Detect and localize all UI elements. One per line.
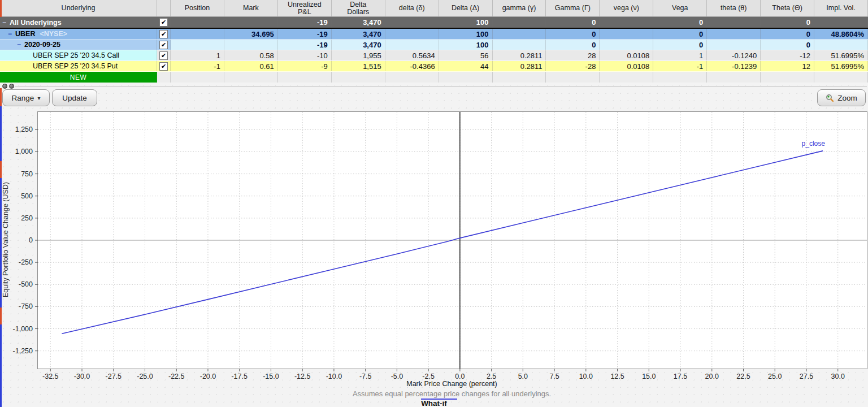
column-header[interactable]: Position: [171, 0, 224, 16]
column-header[interactable]: Underlying: [0, 0, 157, 16]
svg-text:-7.5: -7.5: [359, 373, 372, 380]
svg-text:500: 500: [21, 192, 33, 200]
value-cell: [385, 40, 439, 50]
update-button[interactable]: Update: [52, 89, 97, 106]
splitter-collapse-up-icon[interactable]: [2, 84, 7, 89]
value-cell: 28: [546, 50, 600, 60]
value-cell: 1,515: [332, 61, 385, 71]
table-row-call: UBER SEP 25 '20 34.5 Call✔10.58-101,9550…: [0, 50, 868, 61]
value-cell: -28: [546, 61, 600, 71]
value-cell: 3,470: [332, 40, 385, 50]
column-header[interactable]: Gamma (Γ): [546, 0, 600, 16]
svg-text:25.0: 25.0: [768, 373, 782, 380]
table-row-new: NEW: [0, 72, 868, 83]
svg-text:-5.0: -5.0: [391, 373, 403, 380]
value-cell: [707, 17, 761, 28]
magnifier-icon: [826, 94, 834, 102]
collapse-icon[interactable]: −: [2, 19, 6, 27]
value-cell: [493, 17, 546, 28]
value-cell: [224, 17, 278, 28]
value-cell: [546, 72, 600, 83]
value-cell: [707, 40, 761, 50]
value-cell: -19: [278, 29, 332, 39]
column-header[interactable]: gamma (γ): [493, 0, 546, 16]
value-cell: [171, 72, 224, 83]
row-checkbox[interactable]: ✔: [159, 18, 168, 27]
underlying-cell[interactable]: −All Underlyings: [0, 17, 157, 28]
collapse-icon[interactable]: −: [8, 30, 12, 38]
edge-marker: [0, 161, 2, 178]
pnl-line: [62, 151, 823, 334]
tick-labels: -32.5-30.0-27.5-25.0-22.5-20.0-17.5-15.0…: [13, 125, 845, 380]
svg-text:-1,000: -1,000: [13, 325, 33, 333]
value-cell: [600, 17, 653, 28]
value-cell: 100: [439, 40, 493, 50]
column-header[interactable]: Delta Dollars: [332, 0, 385, 16]
whatif-chart-panel: Range ▾ Update Zoom Equity Portfolio Val…: [0, 83, 868, 407]
svg-text:-500: -500: [19, 280, 33, 288]
column-header[interactable]: Vega: [653, 0, 707, 16]
collapse-icon[interactable]: −: [17, 41, 21, 49]
splitter-collapse-down-icon[interactable]: [9, 84, 14, 89]
value-cell: [278, 72, 332, 83]
value-cell: -9: [278, 61, 332, 71]
underlying-name: UBER SEP 25 '20 34.5 Call: [33, 51, 119, 59]
value-cell: [600, 40, 653, 50]
column-header[interactable]: Impl. Vol.: [814, 0, 868, 16]
row-checkbox[interactable]: ✔: [159, 51, 168, 60]
value-cell: [653, 72, 707, 83]
underlying-cell[interactable]: NEW: [0, 72, 157, 83]
column-header[interactable]: Unrealized P&L: [278, 0, 332, 16]
checkbox-cell: ✔: [157, 40, 171, 50]
svg-text:-15.0: -15.0: [263, 373, 279, 380]
svg-text:17.5: 17.5: [674, 373, 687, 380]
zoom-button[interactable]: Zoom: [817, 89, 866, 106]
value-cell: 100: [439, 29, 493, 39]
value-cell: 3,470: [332, 17, 385, 28]
column-header[interactable]: vega (ν): [600, 0, 653, 16]
svg-text:0: 0: [29, 236, 33, 244]
column-header[interactable]: delta (δ): [385, 0, 439, 16]
value-cell: -19: [278, 17, 332, 28]
value-cell: -1: [653, 61, 707, 71]
column-header[interactable]: theta (θ): [707, 0, 761, 16]
tab-what-if[interactable]: What-if: [0, 399, 868, 407]
row-checkbox[interactable]: ✔: [159, 30, 168, 38]
underlying-cell[interactable]: UBER SEP 25 '20 34.5 Call: [0, 50, 157, 60]
portfolio-table: UnderlyingPositionMarkUnrealized P&LDelt…: [0, 0, 868, 83]
value-cell: 0.2811: [493, 50, 546, 60]
value-cell: -10: [278, 50, 332, 60]
exchange-label: <NYSE>: [40, 30, 67, 38]
value-cell: 1: [171, 50, 224, 60]
value-cell: [814, 72, 868, 83]
svg-text:250: 250: [21, 214, 33, 222]
splitter[interactable]: [15, 86, 867, 86]
value-cell: [385, 72, 439, 83]
table-row-uber: −UBER<NYSE>✔34.695-193,47010000048.8604%: [0, 29, 868, 40]
column-header[interactable]: Theta (Θ): [761, 0, 814, 16]
underlying-cell[interactable]: UBER SEP 25 '20 34.5 Put: [0, 61, 157, 71]
value-cell: 1: [653, 50, 707, 60]
value-cell: 0: [761, 29, 814, 39]
value-cell: 12: [761, 61, 814, 71]
value-cell: 0.0108: [600, 50, 653, 60]
range-button[interactable]: Range ▾: [2, 89, 50, 106]
value-cell: [385, 29, 439, 39]
underlying-name: UBER: [15, 30, 35, 38]
value-cell: -0.4366: [385, 61, 439, 71]
row-checkbox[interactable]: ✔: [159, 62, 168, 71]
svg-text:7.5: 7.5: [549, 373, 559, 380]
svg-text:-2.5: -2.5: [422, 373, 435, 380]
row-checkbox[interactable]: ✔: [159, 41, 168, 49]
column-header[interactable]: [157, 0, 171, 16]
value-cell: 51.6995%: [814, 61, 868, 71]
value-cell: 0: [653, 40, 707, 50]
table-row-put: UBER SEP 25 '20 34.5 Put✔-10.61-91,515-0…: [0, 61, 868, 72]
underlying-name: NEW: [70, 73, 87, 81]
value-cell: 0: [546, 17, 600, 28]
underlying-cell[interactable]: −UBER<NYSE>: [0, 29, 157, 39]
edge-marker: [0, 178, 2, 308]
column-header[interactable]: Delta (Δ): [439, 0, 493, 16]
column-header[interactable]: Mark: [224, 0, 278, 16]
underlying-cell[interactable]: −2020-09-25: [0, 40, 157, 50]
